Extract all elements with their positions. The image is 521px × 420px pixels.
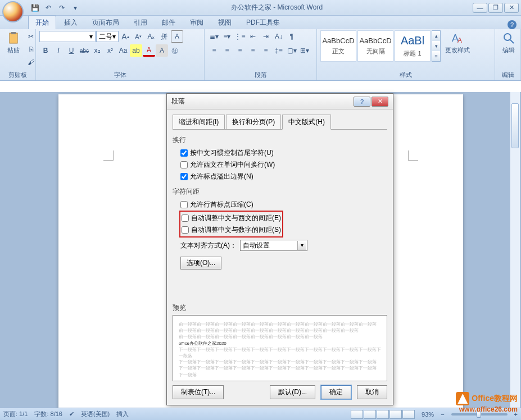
view-fullscreen-icon[interactable]	[364, 410, 376, 419]
highlight-icon[interactable]: ab	[130, 44, 142, 57]
bold-button[interactable]: B	[39, 44, 52, 57]
tab-insert[interactable]: 插入	[57, 16, 84, 29]
dialog-titlebar[interactable]: 段落 ? ✕	[167, 94, 393, 109]
save-icon[interactable]: 💾	[29, 2, 40, 13]
line-spacing-icon[interactable]: ‡≡	[273, 44, 285, 57]
shrink-font-icon[interactable]: A▾	[132, 30, 144, 43]
chk-hanging-punct[interactable]: 允许标点溢出边界(N)	[173, 171, 387, 182]
chk-hanging-punct-box[interactable]	[180, 173, 188, 180]
enclose-char-icon[interactable]: ㊓	[169, 44, 181, 57]
status-language[interactable]: 英语(美国)	[81, 410, 110, 418]
show-marks-icon[interactable]: ¶	[286, 30, 298, 43]
superscript-button[interactable]: x²	[104, 44, 116, 57]
zoom-out-icon[interactable]: −	[441, 411, 444, 418]
qat-more-icon[interactable]: ▾	[70, 2, 81, 13]
editing-button[interactable]: 编辑	[499, 30, 519, 56]
zoom-level[interactable]: 93%	[422, 411, 434, 418]
change-styles-button[interactable]: AA 更改样式	[442, 30, 473, 56]
chk-compress-punct[interactable]: 允许行首标点压缩(C)	[173, 199, 387, 211]
view-web-icon[interactable]	[377, 410, 389, 419]
maximize-button[interactable]: ❐	[488, 3, 503, 13]
tab-indent[interactable]: 缩进和间距(I)	[173, 115, 225, 130]
indent-inc-icon[interactable]: ⇥	[260, 30, 272, 43]
style-normal[interactable]: AaBbCcD 正文	[320, 30, 356, 62]
chk-control-first-last[interactable]: 按中文习惯控制首尾字符(U)	[173, 147, 387, 159]
ok-button[interactable]: 确定	[321, 385, 351, 399]
view-print-icon[interactable]	[351, 410, 363, 419]
tab-pagebreak[interactable]: 换行和分页(P)	[226, 115, 281, 130]
strike-button[interactable]: abc	[78, 44, 90, 57]
minimize-button[interactable]: —	[473, 3, 487, 13]
tab-review[interactable]: 审阅	[183, 16, 210, 29]
numbering-icon[interactable]: ≡▾	[221, 30, 233, 43]
char-shading-icon[interactable]: A	[156, 44, 168, 57]
cancel-button[interactable]: 取消	[357, 385, 387, 399]
char-border-icon[interactable]: A	[171, 30, 183, 43]
copy-icon[interactable]: ⎘	[25, 43, 37, 56]
chk-space-cjk-number-box[interactable]	[182, 226, 189, 234]
chk-space-cjk-latin-box[interactable]	[182, 214, 189, 222]
view-outline-icon[interactable]	[389, 410, 402, 419]
tab-mail[interactable]: 邮件	[155, 16, 182, 29]
scrollbar-thumb[interactable]	[511, 103, 519, 148]
shading-icon[interactable]: ▢▾	[286, 44, 298, 57]
default-button[interactable]: 默认(D)...	[270, 385, 315, 399]
align-left-icon[interactable]: ≡	[208, 44, 220, 57]
style-nospacing[interactable]: AaBbCcD 无间隔	[357, 30, 393, 62]
font-size-combo[interactable]: 二号▾	[96, 31, 119, 42]
chk-compress-punct-box[interactable]	[180, 201, 188, 208]
chk-latin-wrap-box[interactable]	[180, 161, 188, 168]
style-scroll-up-icon[interactable]: ▴	[432, 31, 440, 41]
chk-control-first-last-box[interactable]	[180, 149, 188, 157]
chk-space-cjk-number[interactable]: 自动调整中文与数字的间距(S)	[182, 224, 281, 236]
underline-button[interactable]: U	[65, 44, 78, 57]
bullets-icon[interactable]: ≣▾	[208, 30, 220, 43]
cut-icon[interactable]: ✂	[25, 30, 37, 43]
borders-icon[interactable]: ⊞▾	[298, 44, 311, 57]
tab-layout[interactable]: 页面布局	[85, 16, 126, 29]
italic-button[interactable]: I	[52, 44, 65, 57]
tab-home[interactable]: 开始	[28, 15, 56, 29]
vertical-scrollbar[interactable]	[510, 92, 520, 408]
multilevel-icon[interactable]: ⋮≡	[234, 30, 246, 43]
font-family-combo[interactable]: ▾	[39, 31, 96, 42]
phonetic-icon[interactable]: 拼	[158, 30, 170, 43]
zoom-in-icon[interactable]: +	[514, 411, 518, 418]
help-icon[interactable]: ?	[508, 20, 517, 29]
style-expand-icon[interactable]: ≡	[432, 51, 440, 61]
tabstops-button[interactable]: 制表位(T)...	[173, 385, 224, 399]
paste-button[interactable]: 粘贴	[3, 30, 24, 56]
office-button[interactable]	[2, 1, 24, 22]
align-distribute-icon[interactable]: ≡	[260, 44, 272, 57]
zoom-thumb[interactable]	[477, 411, 481, 418]
format-painter-icon[interactable]: 🖌	[25, 56, 37, 69]
font-color-icon[interactable]: A	[143, 44, 155, 57]
status-mode[interactable]: 插入	[116, 410, 129, 418]
sort-icon[interactable]: A↓	[273, 30, 285, 43]
options-button[interactable]: 选项(O)...	[180, 257, 221, 270]
align-center-icon[interactable]: ≡	[221, 44, 233, 57]
align-justify-icon[interactable]: ≡	[247, 44, 259, 57]
style-heading1[interactable]: AaBl 标题 1	[395, 30, 431, 62]
status-words[interactable]: 字数: 8/16	[34, 410, 62, 418]
tab-pdf[interactable]: PDF工具集	[239, 16, 287, 29]
undo-icon[interactable]: ↶	[43, 2, 54, 13]
redo-icon[interactable]: ↷	[56, 2, 67, 13]
align-right-icon[interactable]: ≡	[234, 44, 246, 57]
zoom-slider[interactable]	[451, 413, 508, 416]
tab-chinese-layout[interactable]: 中文版式(H)	[282, 115, 331, 130]
chk-space-cjk-latin[interactable]: 自动调整中文与西文的间距(E)	[182, 212, 281, 224]
view-draft-icon[interactable]	[402, 410, 415, 419]
dialog-close-button[interactable]: ✕	[372, 97, 388, 107]
tab-references[interactable]: 引用	[127, 16, 154, 29]
chk-latin-wrap[interactable]: 允许西文在单词中间换行(W)	[173, 159, 387, 171]
tab-view[interactable]: 视图	[211, 16, 238, 29]
dialog-help-button[interactable]: ?	[354, 97, 370, 107]
case-button[interactable]: Aa	[117, 44, 129, 57]
subscript-button[interactable]: x₂	[91, 44, 103, 57]
style-scroll-down-icon[interactable]: ▾	[432, 41, 440, 51]
grow-font-icon[interactable]: A▴	[119, 30, 132, 43]
status-page[interactable]: 页面: 1/1	[3, 410, 28, 418]
indent-dec-icon[interactable]: ⇤	[247, 30, 259, 43]
close-button[interactable]: ✕	[504, 3, 519, 13]
